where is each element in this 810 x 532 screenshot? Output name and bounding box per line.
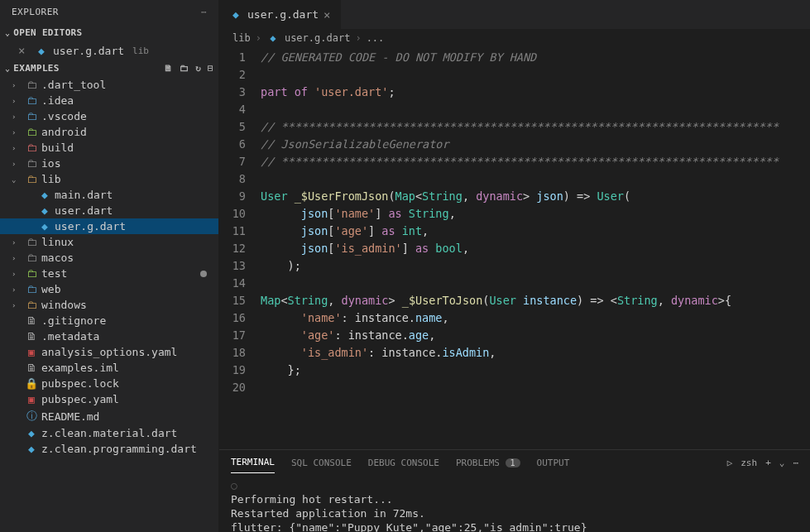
dart-file-icon: ◆ (229, 8, 242, 21)
tree-folder[interactable]: ›🗀windows (0, 297, 218, 313)
tree-file[interactable]: 🗎examples.iml (0, 360, 218, 376)
chevron-icon: › (12, 301, 22, 309)
tree-item-label: build (41, 141, 74, 154)
explorer-header: EXPLORER ⋯ (0, 0, 218, 24)
folder-icon: 🗀 (25, 236, 38, 248)
line-gutter: 1234567891011121314151617181920 (219, 49, 261, 449)
new-file-icon[interactable]: 🗎 (164, 63, 173, 74)
new-folder-icon[interactable]: 🗀 (180, 63, 189, 74)
tree-item-label: .dart_tool (41, 79, 106, 91)
breadcrumb-lib[interactable]: lib (232, 32, 251, 44)
chevron-icon: › (12, 270, 22, 278)
tree-item-label: user.dart (55, 204, 113, 217)
breadcrumb[interactable]: lib › ◆ user.g.dart › ... (219, 29, 810, 47)
open-editor-path: lib (132, 46, 149, 56)
bottom-panel: TERMINAL SQL CONSOLE DEBUG CONSOLE PROBL… (219, 449, 810, 532)
dart-file-icon: ◆ (266, 32, 280, 44)
explorer-sidebar: EXPLORER ⋯ ⌄ OPEN EDITORS × ◆ user.g.dar… (0, 0, 219, 532)
tree-folder[interactable]: ›🗀.dart_tool (0, 77, 218, 93)
examples-label: EXAMPLES (13, 63, 59, 74)
chevron-right-icon: › (256, 32, 261, 44)
tab-user-g-dart[interactable]: ◆ user.g.dart × (219, 0, 342, 29)
file-icon: 🗎 (25, 314, 38, 327)
folder-icon: 🗀 (25, 79, 38, 91)
editor-tabs: ◆ user.g.dart × (219, 0, 810, 29)
breadcrumb-more[interactable]: ... (367, 32, 385, 44)
tree-item-label: windows (41, 299, 87, 311)
examples-header[interactable]: ⌄ EXAMPLES 🗎 🗀 ↻ ⊟ (0, 60, 218, 77)
tab-debug-console[interactable]: DEBUG CONSOLE (368, 453, 439, 473)
close-icon[interactable]: × (18, 44, 30, 57)
tree-file[interactable]: ◆main.dart (0, 187, 218, 203)
tree-file[interactable]: ◆z.clean.material.dart (0, 425, 218, 441)
tree-folder[interactable]: ›🗀linux (0, 234, 218, 250)
tree-file[interactable]: 🗎.metadata (0, 328, 218, 344)
chevron-icon: › (12, 238, 22, 247)
open-editors-header[interactable]: ⌄ OPEN EDITORS (0, 24, 218, 41)
file-icon: ◆ (38, 220, 51, 232)
chevron-icon: ⌄ (12, 175, 22, 184)
terminal-more-icon[interactable]: ⋯ (793, 458, 798, 468)
tree-item-label: lib (41, 173, 60, 185)
tree-file[interactable]: ◆user.g.dart (0, 218, 218, 234)
tree-folder[interactable]: ›🗀macos (0, 250, 218, 266)
editor-area: ◆ user.g.dart × lib › ◆ user.g.dart › ..… (219, 0, 810, 532)
tab-title: user.g.dart (247, 8, 319, 21)
folder-icon: 🗀 (25, 267, 38, 280)
problems-badge: 1 (506, 458, 520, 467)
tab-terminal[interactable]: TERMINAL (231, 452, 275, 473)
modified-indicator (200, 271, 207, 277)
tree-file[interactable]: ▣pubspec.yaml (0, 391, 218, 407)
tree-file[interactable]: ◆user.dart (0, 203, 218, 218)
terminal-dropdown-icon[interactable]: ⌄ (779, 458, 785, 468)
chevron-icon: › (12, 113, 22, 121)
file-tree: ›🗀.dart_tool›🗀.idea›🗀.vscode›🗀android›🗀b… (0, 77, 218, 532)
tree-folder[interactable]: ›🗀test (0, 266, 218, 281)
chevron-down-icon: ⌄ (5, 28, 10, 37)
file-icon: 🗎 (25, 362, 38, 374)
tree-folder[interactable]: ›🗀.idea (0, 93, 218, 108)
terminal-output[interactable]: ○Performing hot restart...Restarted appl… (219, 475, 810, 532)
tab-output[interactable]: OUTPUT (537, 453, 570, 473)
tree-file[interactable]: ⓘREADME.md (0, 407, 218, 425)
chevron-down-icon: ⌄ (5, 64, 10, 73)
file-icon: ◆ (25, 443, 38, 455)
folder-icon: 🗀 (25, 173, 38, 185)
tab-problems[interactable]: PROBLEMS 1 (456, 453, 520, 473)
open-editor-item[interactable]: × ◆ user.g.dart lib (0, 41, 218, 60)
refresh-icon[interactable]: ↻ (195, 63, 201, 74)
breadcrumb-file[interactable]: user.g.dart (285, 32, 350, 44)
file-icon: 🔒 (25, 377, 38, 390)
folder-icon: 🗀 (25, 252, 38, 264)
tree-file[interactable]: ▣analysis_options.yaml (0, 344, 218, 360)
close-icon[interactable]: × (324, 8, 330, 22)
tree-folder[interactable]: ›🗀build (0, 140, 218, 156)
code-editor[interactable]: 1234567891011121314151617181920 // GENER… (219, 47, 810, 449)
code-content[interactable]: // GENERATED CODE - DO NOT MODIFY BY HAN… (261, 49, 810, 449)
tree-item-label: macos (41, 252, 74, 264)
explorer-more-icon[interactable]: ⋯ (201, 7, 207, 17)
tree-item-label: android (41, 126, 87, 138)
tree-folder[interactable]: ›🗀web (0, 281, 218, 297)
tree-item-label: .gitignore (41, 314, 106, 327)
terminal-launch-icon[interactable]: ▷ (727, 458, 733, 468)
folder-icon: 🗀 (25, 157, 38, 170)
folder-icon: 🗀 (25, 299, 38, 311)
tree-folder[interactable]: ⌄🗀lib (0, 171, 218, 187)
new-terminal-icon[interactable]: + (765, 458, 771, 468)
folder-icon: 🗀 (25, 126, 38, 138)
tree-file[interactable]: 🔒pubspec.lock (0, 376, 218, 391)
tab-sql-console[interactable]: SQL CONSOLE (291, 453, 352, 473)
tree-file[interactable]: ◆z.clean.programming.dart (0, 441, 218, 457)
chevron-icon: › (12, 128, 22, 137)
tree-folder[interactable]: ›🗀.vscode (0, 108, 218, 124)
tree-item-label: examples.iml (41, 362, 119, 374)
collapse-icon[interactable]: ⊟ (208, 63, 213, 74)
tree-folder[interactable]: ›🗀android (0, 124, 218, 140)
tree-item-label: README.md (41, 410, 99, 423)
tree-item-label: .metadata (41, 330, 99, 343)
tree-folder[interactable]: ›🗀ios (0, 156, 218, 171)
shell-name[interactable]: zsh (741, 458, 757, 468)
tree-item-label: user.g.dart (55, 220, 126, 232)
tree-file[interactable]: 🗎.gitignore (0, 313, 218, 328)
